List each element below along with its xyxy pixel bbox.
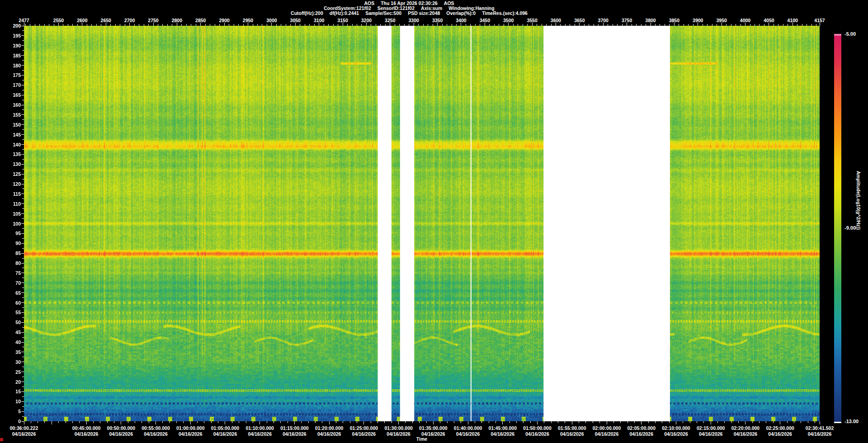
freq-axis-major-tick [21,124,24,125]
time-tick-date: 04/16/2026 [491,431,515,437]
time-axis-minor-tick [315,421,316,423]
freq-axis-minor-tick [22,149,24,150]
freq-axis-tick-label: 175 [5,72,21,78]
time-axis-minor-tick [170,421,170,423]
time-tick-label: 02:10:00.000 [662,425,690,431]
time-tick-label: 01:05:00.000 [211,425,239,431]
top-axis-minor-tick [537,24,537,26]
freq-axis-major-tick [21,203,24,204]
top-axis-minor-tick [513,24,514,26]
top-axis-minor-tick [158,24,158,26]
top-axis-minor-tick [110,24,111,26]
top-axis-minor-tick [778,24,778,26]
top-axis-minor-tick [238,24,239,26]
freq-axis-minor-tick [22,60,24,61]
top-axis-minor-tick [347,24,348,26]
freq-axis-tick-label: 95 [5,231,21,236]
time-axis-minor-tick [246,421,246,423]
top-axis-minor-tick [352,24,353,26]
time-axis-minor-tick [572,421,572,423]
freq-axis-major-tick [21,302,24,303]
time-axis-minor-tick [149,421,149,423]
time-tick-date: 04/16/2026 [179,431,203,437]
freq-axis-major-tick [21,253,24,254]
top-axis-minor-tick [532,24,533,26]
freq-axis-minor-tick [22,386,24,387]
freq-axis-major-tick [21,35,24,36]
amplitude-axis-label: Amplitude(Log10(g^2/Hz)) [856,171,861,230]
top-axis-minor-tick [556,24,556,26]
freq-axis-tick-label: 105 [5,211,21,217]
top-axis-minor-tick [480,24,480,26]
time-axis-minor-tick [641,421,642,423]
top-axis-minor-tick [101,24,101,26]
top-axis-minor-tick [494,24,495,26]
freq-axis-major-tick [21,45,24,46]
freq-axis-tick-label: 10 [5,399,21,404]
top-axis-minor-tick [414,24,414,26]
top-axis-minor-tick [437,24,438,26]
top-axis-minor-tick [759,24,760,26]
top-axis-minor-tick [35,24,35,26]
top-axis-minor-tick [300,24,300,26]
freq-axis-tick-label: 80 [5,260,21,266]
time-tick-label: 02:30:41.502 [806,425,834,431]
time-tick-label: 01:30:00.000 [384,425,412,431]
freq-axis-major-tick [21,273,24,273]
freq-axis-minor-tick [22,208,24,209]
top-axis-minor-tick [518,24,518,26]
top-axis-minor-tick [25,24,26,26]
time-axis-minor-tick [558,421,558,423]
top-axis-minor-tick [191,24,191,26]
freq-axis-major-tick [21,193,24,194]
freq-axis-tick-label: 45 [5,330,21,335]
time-axis-minor-tick [613,421,614,423]
time-axis-minor-tick [31,421,31,423]
top-axis-minor-tick [139,24,139,26]
time-axis-major-tick [820,421,820,424]
time-axis-minor-tick [454,421,454,423]
freq-axis-major-tick [21,213,24,214]
time-axis-minor-tick [669,421,670,423]
freq-axis-major-tick [21,342,24,343]
time-tick-label: 02:20:00.000 [731,425,760,431]
top-axis-minor-tick [783,24,783,26]
time-axis-minor-tick [239,421,239,423]
freq-axis-major-tick [21,322,24,323]
top-axis-minor-tick [546,24,547,26]
freq-axis-tick-label: 60 [5,300,21,306]
freq-axis-tick-label: 100 [5,221,21,226]
time-axis-minor-tick [38,421,38,423]
freq-axis-major-tick [21,85,24,85]
top-axis-minor-tick [745,24,745,26]
time-tick-label: 02:00:00.000 [593,425,621,431]
top-axis-minor-tick [172,24,172,26]
time-tick-date: 04/16/2026 [629,431,653,437]
top-axis-minor-tick [466,24,466,26]
time-axis-minor-tick [280,421,281,423]
freq-axis-minor-tick [22,406,24,407]
top-axis-minor-tick [594,24,594,26]
top-axis-minor-tick [418,24,419,26]
top-axis-minor-tick [788,24,788,26]
time-axis-minor-tick [322,421,322,423]
time-axis-minor-tick [232,421,232,423]
top-axis-minor-tick [338,24,338,26]
freq-axis-minor-tick [22,337,24,338]
time-axis-minor-tick [461,421,461,423]
colorbar [834,34,841,422]
time-axis-minor-tick [537,421,538,423]
time-axis-minor-tick [599,421,600,423]
time-axis-minor-tick [648,421,649,423]
top-axis-minor-tick [243,24,244,26]
time-axis-minor-tick [79,421,80,423]
spectrogram-plot[interactable] [24,26,820,421]
time-axis-minor-tick [509,421,510,423]
time-tick-label: 01:50:00.000 [523,425,551,431]
top-axis-minor-tick [248,24,248,26]
top-axis-minor-tick [39,24,40,26]
freq-axis-tick-label: 185 [5,53,21,58]
colorbar-bottom-cap [834,422,841,423]
time-axis-minor-tick [107,421,108,423]
freq-axis-tick-label: 15 [5,389,21,394]
